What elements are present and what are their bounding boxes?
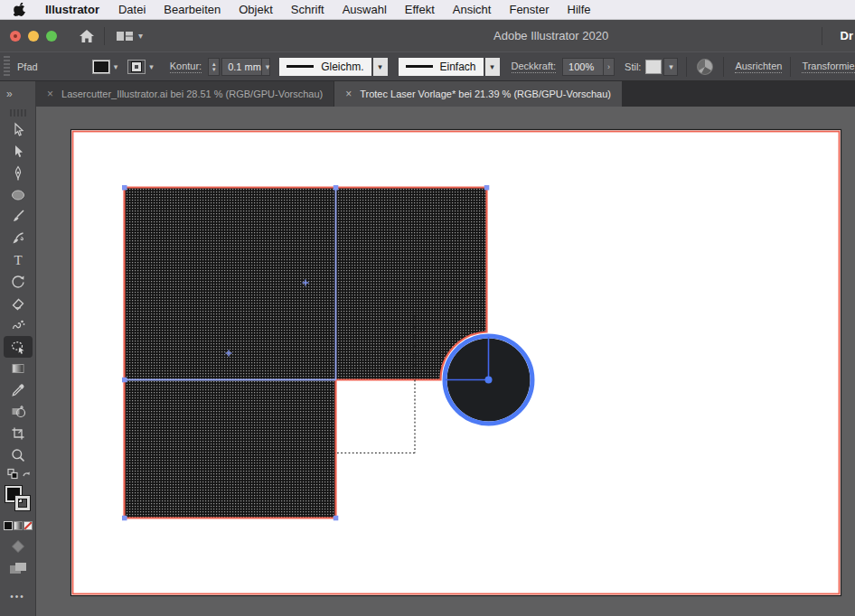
fill-color-swatch[interactable] [92,60,110,74]
edit-toolbar-button[interactable]: ••• [10,592,25,602]
eraser-tool[interactable] [4,293,33,314]
anchor-point[interactable] [334,516,339,521]
none-button[interactable] [23,521,33,530]
drawing-modes-icon[interactable] [0,561,36,577]
pen-tool[interactable] [4,163,33,184]
basic-brush-icon [406,65,433,68]
document-tab-lasercutter[interactable]: × Lasercutter_Illustrator.ai bei 28.51 %… [36,81,334,107]
direct-selection-tool[interactable] [4,141,33,163]
control-bar-separator [790,57,791,77]
stroke-weight-field[interactable]: 0.1 mm ▾ [221,58,270,76]
swap-fill-stroke-icon[interactable] [0,468,36,482]
color-type-buttons [3,521,33,530]
control-bar-separator [686,57,687,77]
anchor-point[interactable] [122,185,127,191]
anchor-point[interactable] [122,516,127,521]
anchor-point[interactable] [334,185,339,191]
svg-text:T: T [14,253,22,267]
blob-brush-tool[interactable] [4,228,33,249]
titlebar-separator [822,27,822,45]
selection-type-label: Pfad [17,61,38,72]
style-label: Stil: [625,61,641,72]
graphic-style-swatch[interactable] [645,60,662,74]
warp-tool[interactable] [4,314,33,336]
document-tab-trotec[interactable]: × Trotec Laser Vorlage* bei 21.39 % (RGB… [334,81,622,107]
opacity-field[interactable]: 100% › [562,58,615,76]
menubar: Illustrator Datei Bearbeiten Objekt Schr… [0,0,855,20]
gradient-button[interactable] [14,521,23,530]
menu-datei[interactable]: Datei [109,0,155,20]
zoom-window-button[interactable] [46,31,57,42]
arrange-documents-icon[interactable] [116,30,134,42]
tab-label: Trotec Laser Vorlage* bei 21.39 % (RGB/G… [360,89,611,99]
artwork-svg[interactable] [36,107,855,616]
chevron-down-icon[interactable]: ▾ [485,58,500,76]
uniform-stroke-icon [287,65,314,68]
titlebar-separator [104,27,105,45]
panel-grip[interactable] [10,109,26,117]
anchor-point[interactable] [484,185,490,191]
chevron-down-icon[interactable]: ▾ [663,58,678,76]
stroke-indicator[interactable] [15,496,30,510]
selection-tool[interactable] [4,119,33,141]
shape-mode-icon[interactable] [0,539,36,554]
paintbrush-tool[interactable] [4,206,33,228]
canvas[interactable] [36,107,855,616]
brush-definition-dropdown[interactable]: Einfach [399,58,484,76]
chevron-down-icon[interactable]: ▾ [149,62,154,71]
menu-illustrator[interactable]: Illustrator [35,0,109,20]
menu-bearbeiten[interactable]: Bearbeiten [155,0,230,20]
eyedropper-tool[interactable] [4,379,33,401]
transform-panel-link[interactable]: Transformie [802,61,854,73]
stroke-panel-link[interactable]: Kontur: [170,61,202,73]
tools-panel: T [0,107,36,616]
menu-schrift[interactable]: Schrift [282,0,334,20]
close-window-button[interactable] [10,31,21,42]
globe-icon[interactable] [696,58,714,76]
window-title: Adobe Illustrator 2020 [493,20,608,51]
artboard-tool[interactable] [4,423,33,444]
arrow-right-icon[interactable]: › [603,59,614,75]
control-bar: Pfad ▾ ▾ Kontur: ▴▾ 0.1 mm ▾ Gleichm. ▾ … [0,51,855,81]
chevron-down-icon[interactable]: ▾ [373,58,388,76]
panel-grip[interactable] [4,56,10,78]
illustrator-window: Illustrator Datei Bearbeiten Objekt Schr… [0,0,855,616]
gradient-tool[interactable] [4,358,33,379]
rotate-tool[interactable] [4,271,33,293]
toolbar-expand-button[interactable]: » [0,81,36,107]
titlebar-right-label[interactable]: Dr [832,29,855,42]
width-profile-dropdown[interactable]: Gleichm. [279,58,371,76]
document-tab-bar: » × Lasercutter_Illustrator.ai bei 28.51… [0,81,855,107]
color-button[interactable] [4,521,13,530]
apple-menu-icon[interactable] [14,3,25,16]
chevron-down-icon[interactable]: ▾ [138,31,143,41]
titlebar: ▾ Adobe Illustrator 2020 Dr [0,20,855,51]
anchor-point[interactable] [122,378,127,383]
opacity-panel-link[interactable]: Deckkraft: [512,61,557,73]
fill-stroke-indicator[interactable] [5,486,32,515]
menu-auswahl[interactable]: Auswahl [334,0,396,20]
align-panel-link[interactable]: Ausrichten [735,61,782,73]
ellipse-tool[interactable] [4,184,33,206]
menu-ansicht[interactable]: Ansicht [444,0,501,20]
type-tool[interactable]: T [4,249,33,271]
menu-effekt[interactable]: Effekt [396,0,444,20]
lasso-tool[interactable] [4,336,33,358]
home-icon[interactable] [79,29,95,43]
tab-label: Lasercutter_Illustrator.ai bei 28.51 % (… [61,89,323,99]
menu-fenster[interactable]: Fenster [500,0,558,20]
chevron-down-icon[interactable]: ▾ [261,59,274,75]
stroke-weight-stepper[interactable]: ▴▾ [208,58,220,76]
menu-hilfe[interactable]: Hilfe [559,0,600,20]
close-tab-icon[interactable]: × [345,88,352,100]
menu-objekt[interactable]: Objekt [230,0,282,20]
stroke-color-swatch[interactable] [127,60,146,74]
control-bar-separator [723,57,724,77]
circle-center-point[interactable] [485,377,493,384]
minimize-window-button[interactable] [28,31,39,42]
chevron-down-icon[interactable]: ▾ [114,62,118,71]
shape-builder-tool[interactable] [4,401,33,423]
zoom-tool[interactable] [4,444,33,466]
close-tab-icon[interactable]: × [47,88,53,100]
